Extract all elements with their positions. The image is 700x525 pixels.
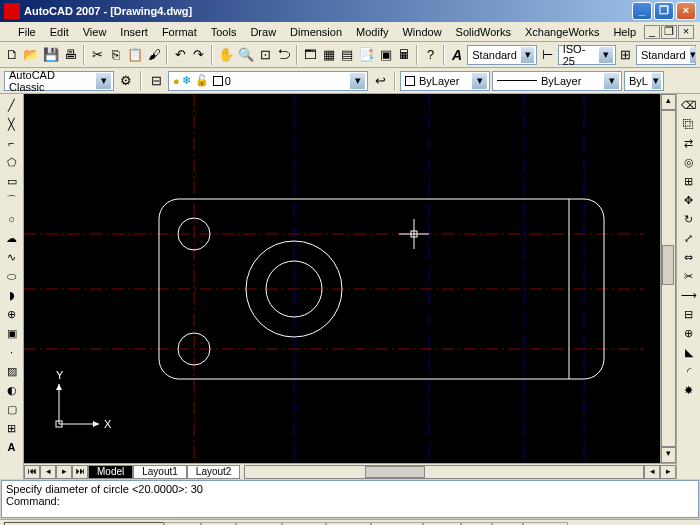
spline-icon[interactable]: ∿: [2, 248, 22, 266]
rectangle-icon[interactable]: ▭: [2, 172, 22, 190]
scale-icon[interactable]: ⤢: [679, 229, 699, 247]
scroll-down-icon[interactable]: ▾: [661, 447, 676, 463]
menu-window[interactable]: Window: [396, 24, 447, 40]
zoom-rt-icon[interactable]: 🔍: [237, 45, 255, 65]
menu-format[interactable]: Format: [156, 24, 203, 40]
scroll-thumb[interactable]: [662, 245, 674, 285]
menu-insert[interactable]: Insert: [114, 24, 154, 40]
dropdown-icon[interactable]: ▾: [604, 73, 619, 89]
pline-icon[interactable]: ⌐: [2, 134, 22, 152]
status-model[interactable]: MODEL: [523, 522, 569, 526]
ellipse-arc-icon[interactable]: ◗: [2, 286, 22, 304]
dropdown-icon[interactable]: ▾: [690, 47, 696, 63]
gradient-icon[interactable]: ◐: [2, 381, 22, 399]
extend-icon[interactable]: ⟶: [679, 286, 699, 304]
table-icon[interactable]: ⊞: [2, 419, 22, 437]
stretch-icon[interactable]: ⇔: [679, 248, 699, 266]
insert-icon[interactable]: ⊕: [2, 305, 22, 323]
layer-combo[interactable]: ● ❄ 🔓 0 ▾: [168, 71, 368, 91]
menu-view[interactable]: View: [77, 24, 113, 40]
fillet-icon[interactable]: ◜: [679, 362, 699, 380]
menu-tools[interactable]: Tools: [205, 24, 243, 40]
dropdown-icon[interactable]: ▾: [472, 73, 487, 89]
scroll-track[interactable]: [661, 110, 676, 447]
text-style-combo[interactable]: Standard▾: [467, 45, 537, 65]
lineweight-combo[interactable]: ByL▾: [624, 71, 664, 91]
arc-icon[interactable]: ⌒: [2, 191, 22, 209]
mdi-close[interactable]: ×: [678, 25, 694, 39]
status-lwt[interactable]: LWT: [492, 522, 522, 526]
dropdown-icon[interactable]: ▾: [599, 47, 613, 63]
region-icon[interactable]: ▢: [2, 400, 22, 418]
pan-icon[interactable]: ✋: [217, 45, 235, 65]
erase-icon[interactable]: ⌫: [679, 96, 699, 114]
layer-manager-icon[interactable]: ⊟: [146, 71, 166, 91]
copy-obj-icon[interactable]: ⿻: [679, 115, 699, 133]
point-icon[interactable]: ·: [2, 343, 22, 361]
sheet-set-icon[interactable]: 📑: [357, 45, 375, 65]
mtext-icon[interactable]: A: [2, 438, 22, 456]
menu-file[interactable]: File: [12, 24, 42, 40]
match-icon[interactable]: 🖌: [146, 45, 162, 65]
status-grid[interactable]: GRID: [201, 522, 236, 526]
new-icon[interactable]: 🗋: [4, 45, 20, 65]
hscroll-thumb[interactable]: [365, 466, 425, 478]
menu-solidworks[interactable]: SolidWorks: [450, 24, 517, 40]
trim-icon[interactable]: ✂: [679, 267, 699, 285]
status-dyn[interactable]: DYN: [461, 522, 492, 526]
array-icon[interactable]: ⊞: [679, 172, 699, 190]
table-style-icon[interactable]: ⊞: [618, 45, 634, 65]
linetype-combo[interactable]: ByLayer ▾: [492, 71, 622, 91]
text-style-icon[interactable]: A: [449, 45, 465, 65]
menu-edit[interactable]: Edit: [44, 24, 75, 40]
save-icon[interactable]: 💾: [42, 45, 60, 65]
properties-icon[interactable]: 🗔: [302, 45, 318, 65]
status-osnap[interactable]: OSNAP: [326, 522, 371, 526]
status-ortho[interactable]: ORTHO: [236, 522, 282, 526]
table-style-combo[interactable]: Standard▾: [636, 45, 696, 65]
help-icon[interactable]: ?: [422, 45, 438, 65]
dropdown-icon[interactable]: ▾: [96, 73, 111, 89]
hatch-icon[interactable]: ▨: [2, 362, 22, 380]
mdi-minimize[interactable]: _: [644, 25, 660, 39]
status-polar[interactable]: POLAR: [282, 522, 326, 526]
calc-icon[interactable]: 🖩: [396, 45, 412, 65]
dropdown-icon[interactable]: ▾: [350, 73, 365, 89]
menu-dimension[interactable]: Dimension: [284, 24, 348, 40]
layer-prev-icon[interactable]: ↩: [370, 71, 390, 91]
block-icon[interactable]: ▣: [2, 324, 22, 342]
status-otrack[interactable]: OTRACK: [371, 522, 423, 526]
command-window[interactable]: Specify diameter of circle <20.0000>: 30…: [1, 480, 699, 518]
drawing-canvas[interactable]: XY: [24, 94, 660, 463]
open-icon[interactable]: 📂: [22, 45, 40, 65]
scroll-right-icon[interactable]: ▸: [660, 465, 676, 479]
dim-style-combo[interactable]: ISO-25▾: [558, 45, 616, 65]
scroll-up-icon[interactable]: ▴: [661, 94, 676, 110]
menu-help[interactable]: Help: [607, 24, 642, 40]
scroll-left-icon[interactable]: ◂: [644, 465, 660, 479]
maximize-button[interactable]: ❐: [654, 2, 674, 20]
tab-model[interactable]: Model: [88, 465, 133, 479]
break-icon[interactable]: ⊟: [679, 305, 699, 323]
coordinate-display[interactable]: 404.2214, 284.4469, 0.0000: [4, 522, 164, 526]
xline-icon[interactable]: ╳: [2, 115, 22, 133]
copy-icon[interactable]: ⎘: [107, 45, 123, 65]
menu-xchangeworks[interactable]: XchangeWorks: [519, 24, 605, 40]
offset-icon[interactable]: ◎: [679, 153, 699, 171]
status-ducs[interactable]: DUCS: [423, 522, 461, 526]
workspace-settings-icon[interactable]: ⚙: [116, 71, 136, 91]
dim-style-icon[interactable]: ⊢: [539, 45, 555, 65]
vertical-scrollbar[interactable]: ▴ ▾: [660, 94, 676, 463]
chamfer-icon[interactable]: ◣: [679, 343, 699, 361]
explode-icon[interactable]: ✸: [679, 381, 699, 399]
tab-layout2[interactable]: Layout2: [187, 465, 241, 479]
cut-icon[interactable]: ✂: [89, 45, 105, 65]
tab-last-icon[interactable]: ⏭: [72, 465, 88, 479]
menu-draw[interactable]: Draw: [244, 24, 282, 40]
color-combo[interactable]: ByLayer ▾: [400, 71, 490, 91]
minimize-button[interactable]: _: [632, 2, 652, 20]
line-icon[interactable]: ╱: [2, 96, 22, 114]
circle-icon[interactable]: ○: [2, 210, 22, 228]
paste-icon[interactable]: 📋: [126, 45, 144, 65]
mdi-restore[interactable]: ❐: [661, 25, 677, 39]
